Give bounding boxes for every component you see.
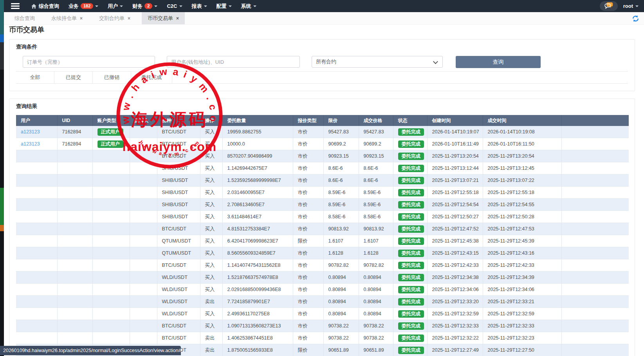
cell-amount: 1.5235925689999998E7 bbox=[222, 174, 293, 187]
tab-2[interactable]: 交割合约单× bbox=[93, 12, 136, 24]
cell-created: 2025-11-29T12:32:22 bbox=[427, 332, 483, 344]
cell-side: 买入 bbox=[200, 199, 222, 211]
edge-seg-teal bbox=[0, 0, 4, 34]
status-filter-3[interactable]: 委托完成 bbox=[131, 72, 172, 83]
status-badge: 委托完成 bbox=[398, 225, 424, 233]
tab-0[interactable]: 综合查询 bbox=[9, 12, 41, 24]
user-menu[interactable]: root bbox=[623, 3, 639, 9]
cell-referrer bbox=[130, 199, 157, 211]
cell-dealt: 2025-11-29T12:50:28 bbox=[483, 211, 561, 223]
cell-account_type bbox=[92, 199, 130, 211]
cell-status: 委托完成 bbox=[393, 126, 427, 138]
tab-1[interactable]: 永续持仓单× bbox=[45, 12, 88, 24]
user-link[interactable]: a123123 bbox=[21, 141, 40, 147]
cell-blank bbox=[561, 332, 629, 344]
cell-uid bbox=[57, 187, 92, 199]
col-header-2: 账户类型 bbox=[92, 115, 130, 126]
account-type-badge: 正式用户 bbox=[97, 140, 123, 148]
table-row: SHIB/USDT买入3.611484614E7市价8.58E-68.58E-6… bbox=[16, 211, 629, 223]
cell-uid bbox=[57, 247, 92, 259]
search-button[interactable]: 查询 bbox=[456, 56, 541, 68]
close-icon[interactable]: × bbox=[176, 16, 179, 21]
cell-limit_price: 0.80894 bbox=[323, 284, 359, 296]
table-row: WLD/USDT买入2.0291688500999436E8市价0.808940… bbox=[16, 284, 629, 296]
tab-label: 永续持仓单 bbox=[51, 15, 77, 22]
cell-dealt: 2025-11-29T12:42:33 bbox=[483, 259, 561, 271]
cell-quote_type: 市价 bbox=[293, 284, 323, 296]
cell-blank bbox=[561, 187, 629, 199]
refresh-icon bbox=[632, 15, 639, 22]
cell-user bbox=[16, 211, 57, 223]
cell-account_type bbox=[92, 187, 130, 199]
cell-status: 委托完成 bbox=[393, 284, 427, 296]
status-badge: 委托完成 bbox=[398, 201, 424, 209]
hamburger-menu-icon[interactable] bbox=[6, 0, 24, 12]
cell-quote_type: 市价 bbox=[293, 296, 323, 308]
cell-user bbox=[16, 150, 57, 162]
cell-created: 2025-11-29T12:27:49 bbox=[427, 344, 483, 356]
cell-limit_price: 0.80894 bbox=[323, 308, 359, 320]
nav-item-2[interactable]: 用户 bbox=[108, 3, 123, 10]
cell-deal_price: 90651.89 bbox=[359, 344, 393, 356]
chat-button[interactable] bbox=[600, 1, 618, 11]
cell-account_type bbox=[92, 259, 130, 271]
nav-item-3[interactable]: 财务2 bbox=[132, 3, 157, 10]
status-filter-1[interactable]: 已提交 bbox=[54, 72, 93, 83]
cell-status: 委托完成 bbox=[393, 199, 427, 211]
cell-uid bbox=[57, 223, 92, 235]
tab-3[interactable]: 币币交易单× bbox=[142, 12, 185, 24]
refresh-button[interactable] bbox=[632, 15, 639, 24]
results-table: 用户UID账户类型推荐人品种操作委托数量报价类型限价成交价格状态创建时间成交时间… bbox=[16, 115, 629, 356]
contract-select[interactable]: 所有合约 bbox=[312, 56, 443, 68]
cell-created: 2025-11-29T13:07:21 bbox=[427, 174, 483, 187]
username-uid-input[interactable] bbox=[167, 56, 300, 68]
cell-user bbox=[16, 174, 57, 187]
status-badge: 委托完成 bbox=[398, 262, 424, 269]
nav-item-1[interactable]: 业务182 bbox=[69, 3, 98, 10]
cell-user: a123123 bbox=[16, 138, 57, 150]
user-link[interactable]: a123123 bbox=[21, 129, 40, 135]
cell-blank bbox=[561, 235, 629, 247]
cell-referrer bbox=[130, 174, 157, 187]
cell-user bbox=[16, 271, 57, 284]
cell-limit_price: 90699.2 bbox=[323, 138, 359, 150]
nav-item-4[interactable]: C2C bbox=[167, 3, 182, 9]
table-row: WLD/USDT买入1.521876637574978E8市价0.808940.… bbox=[16, 271, 629, 284]
cell-account_type bbox=[92, 162, 130, 174]
cell-status: 委托完成 bbox=[393, 296, 427, 308]
cell-dealt: 2025-11-29T12:55:18 bbox=[483, 187, 561, 199]
cell-limit_price: 8.59E-6 bbox=[323, 199, 359, 211]
cell-deal_price: 8.58E-6 bbox=[359, 211, 393, 223]
cell-uid bbox=[57, 199, 92, 211]
table-row: QTUM/USDT买入6.420417069998623E7限价1.61071.… bbox=[16, 235, 629, 247]
close-icon[interactable]: × bbox=[128, 16, 130, 21]
cell-dealt: 2025-11-29T12:32:33 bbox=[483, 320, 561, 332]
cell-referrer bbox=[130, 162, 157, 174]
cell-created: 2025-11-29T12:43:15 bbox=[427, 247, 483, 259]
status-filter-0[interactable]: 全部 bbox=[16, 72, 54, 83]
nav-item-7[interactable]: 系统 bbox=[241, 3, 256, 10]
status-filter-2[interactable]: 已撤销 bbox=[93, 72, 131, 83]
nav-item-6[interactable]: 配置 bbox=[216, 3, 232, 10]
cell-limit_price: 0.80894 bbox=[323, 271, 359, 284]
cell-deal_price: 0.80894 bbox=[359, 308, 393, 320]
cell-amount: 1.090713135608273E13 bbox=[222, 320, 293, 332]
cell-quote_type: 市价 bbox=[293, 332, 323, 344]
cell-quote_type: 市价 bbox=[293, 223, 323, 235]
close-icon[interactable]: × bbox=[80, 16, 83, 21]
status-badge: 委托完成 bbox=[398, 165, 424, 172]
cell-uid bbox=[57, 162, 92, 174]
cell-amount: 2.0291688500999436E8 bbox=[222, 284, 293, 296]
nav-item-0[interactable]: 综合查询 bbox=[31, 3, 59, 10]
cell-dealt: 2025-11-29T13:12:45 bbox=[483, 162, 561, 174]
cell-account_type bbox=[92, 320, 130, 332]
nav-item-label: 用户 bbox=[108, 3, 118, 10]
cell-side: 买入 bbox=[200, 162, 222, 174]
cell-blank bbox=[561, 259, 629, 271]
cell-limit_price: 1.6107 bbox=[323, 235, 359, 247]
cell-amount: 3.611484614E7 bbox=[222, 211, 293, 223]
order-number-input[interactable] bbox=[23, 56, 155, 68]
nav-item-5[interactable]: 报表 bbox=[192, 3, 207, 10]
table-row: QTUM/USDT买入8.56055609324859E7市价1.61281.6… bbox=[16, 247, 629, 259]
status-badge: 委托完成 bbox=[398, 213, 424, 221]
